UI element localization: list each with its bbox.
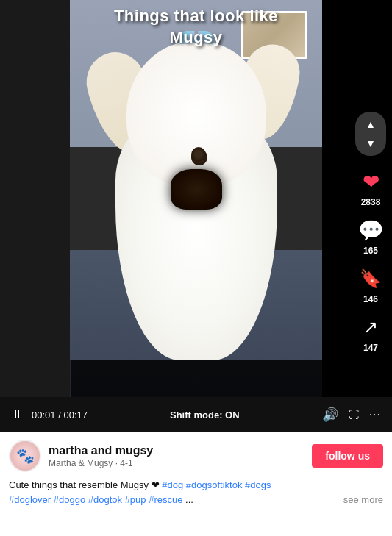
hashtag-doglover[interactable]: #doglover [9,494,51,505]
see-more-button[interactable]: see more [343,493,383,507]
action-buttons: ▲ ▼ ❤ 2838 💬 165 🔖 146 ↗ 147 [355,112,386,353]
hashtag-dogtok[interactable]: #dogtok [88,494,122,505]
bookmark-icon: 🔖 [357,265,385,293]
info-section: 🐾 martha and mugsy Martha & Mugsy · 4-1 … [0,432,392,536]
username[interactable]: martha and mugsy [49,443,304,457]
caption-text: Cute things that resemble Mugsy ❤ [9,479,160,490]
share-button[interactable]: ↗ 147 [357,313,385,353]
fullscreen-button[interactable]: ⛶ [349,409,359,421]
video-title-text: Things that look like Mugsy [70,6,322,48]
hashtag-doggo[interactable]: #doggo [54,494,85,505]
like-count: 2838 [361,197,381,207]
heart-icon: ❤ [357,168,385,196]
user-info: martha and mugsy Martha & Mugsy · 4-1 [49,443,304,468]
play-pause-button[interactable]: ⏸ [11,408,23,421]
comment-button[interactable]: 💬 165 [357,216,385,256]
title-line2: Mugsy [169,28,222,46]
hashtag-rescue[interactable]: #rescue [149,494,182,505]
control-icons: 🔊 ⛶ ··· [322,407,381,423]
shift-mode-label: Shift mode: ON [96,410,313,421]
follow-button[interactable]: follow us [312,444,383,468]
video-area: Things that look like Mugsy [70,0,322,397]
nav-down-button[interactable]: ▼ [360,135,382,151]
left-panel [0,0,70,397]
bookmark-button[interactable]: 🔖 146 [357,265,385,304]
volume-button[interactable]: 🔊 [322,407,338,423]
user-handle: Martha & Mugsy · 4-1 [49,458,304,468]
total-time: 00:17 [63,410,88,421]
comment-count: 165 [363,246,378,256]
shift-mode-text: Shift mode: ON [170,410,240,421]
play-pause-icon: ⏸ [11,408,23,421]
hashtag-dogsoftiktok[interactable]: #dogsoftiktok [186,479,243,490]
avatar: 🐾 [9,440,41,472]
current-time: 00:01 [32,410,56,421]
more-options-button[interactable]: ··· [369,408,381,421]
dog-nose [171,169,222,210]
share-icon: ↗ [357,313,385,341]
share-count: 147 [363,343,378,353]
comment-icon: 💬 [357,216,385,244]
video-title: Things that look like Mugsy [70,6,322,48]
dog-head [126,40,266,187]
bookmark-count: 146 [363,294,378,304]
user-row: 🐾 martha and mugsy Martha & Mugsy · 4-1 … [9,440,383,472]
hashtag-dog[interactable]: #dog [162,479,183,490]
like-button[interactable]: ❤ 2838 [357,168,385,207]
time-display: 00:01 / 00:17 [32,410,88,421]
controls-bar: ⏸ 00:01 / 00:17 Shift mode: ON 🔊 ⛶ ··· [0,397,392,432]
hashtag-pup[interactable]: #pup [125,494,146,505]
title-line1: Things that look like [114,7,278,25]
video-bottom-overlay [70,360,322,397]
hashtag-dogs[interactable]: #dogs [245,479,271,490]
nav-arrows[interactable]: ▲ ▼ [355,112,386,156]
caption-ellipsis: ... [185,494,193,505]
nav-up-button[interactable]: ▲ [360,116,382,132]
caption: Cute things that resemble Mugsy ❤ #dog #… [9,478,383,507]
dog-eye-right [191,147,206,162]
